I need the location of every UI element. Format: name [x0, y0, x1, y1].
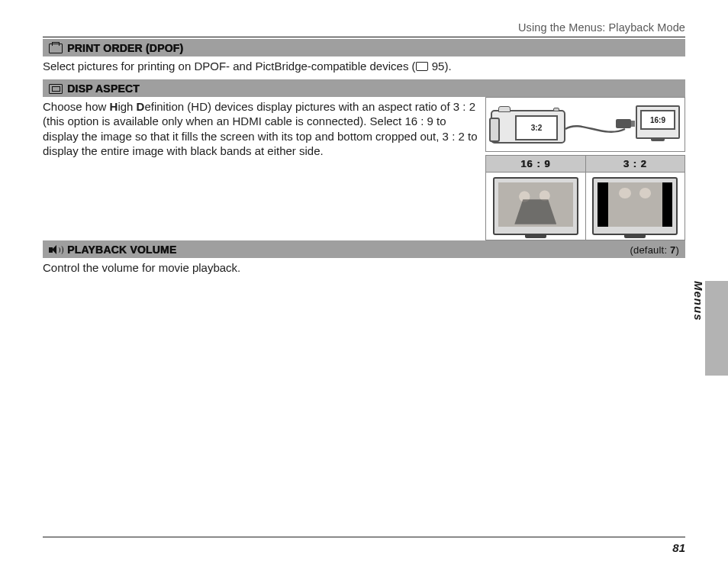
section-header-print-order: PRINT ORDER (DPOF)	[43, 39, 685, 56]
table-cell-32	[585, 173, 685, 240]
section-tab-label: Menus	[690, 281, 705, 334]
camera-to-tv-diagram: 3:2 16:9	[485, 97, 685, 152]
aspect-ratio-table: 16 : 9 3 : 2	[485, 155, 685, 240]
tv-screen-32	[598, 182, 672, 227]
text-bold: D	[137, 100, 145, 113]
camera-dial-icon	[498, 106, 511, 112]
table-cell-169	[486, 173, 586, 240]
manual-page-ref-icon	[416, 59, 429, 73]
tv-example-169	[493, 177, 578, 235]
text: igh	[118, 100, 136, 113]
page-number: 81	[672, 541, 685, 554]
section-tab	[705, 281, 728, 376]
sample-image-letterboxed	[608, 182, 662, 227]
table-header-169: 16 : 9	[486, 156, 586, 173]
footer-rule	[43, 537, 685, 537]
camera-shutter-icon	[553, 108, 559, 111]
print-order-body: Select pictures for printing on DPOF- an…	[43, 56, 685, 79]
manual-page-ref: 95	[432, 60, 445, 73]
camera-illustration: 3:2	[491, 110, 565, 144]
text: Select pictures for printing on DPOF- an…	[43, 60, 416, 73]
text: (default:	[630, 244, 670, 256]
playback-volume-body: Control the volume for movie playback.	[43, 258, 685, 281]
tv-example-32	[592, 177, 678, 235]
section-title: PLAYBACK VOLUME	[67, 244, 176, 256]
tv-screen-169	[498, 182, 573, 227]
disp-aspect-icon	[49, 84, 63, 94]
page-content: Using the Menus: Playback Mode PRINT ORD…	[43, 21, 685, 554]
sample-image-cropped	[498, 182, 573, 227]
section-header-disp-aspect: DISP ASPECT	[43, 79, 685, 97]
disp-aspect-row: Choose how High Definition (HD) devices …	[43, 97, 685, 240]
default-value-label: (default: 7)	[630, 244, 679, 256]
tv-screen-label: 16:9	[640, 110, 675, 130]
section-title: DISP ASPECT	[67, 82, 140, 95]
disp-aspect-figures: 3:2 16:9 16 : 9 3 : 2	[485, 97, 685, 240]
text: Choose how	[43, 100, 110, 113]
breadcrumb: Using the Menus: Playback Mode	[43, 21, 685, 34]
volume-icon	[49, 245, 63, 255]
tv-illustration: 16:9	[636, 105, 680, 139]
print-order-icon	[49, 44, 63, 53]
text: ).	[444, 60, 451, 73]
text: )	[675, 244, 679, 256]
hdmi-plug-icon	[616, 119, 631, 128]
section-title: PRINT ORDER (DPOF)	[67, 42, 183, 54]
top-rule	[43, 37, 685, 37]
camera-screen-label: 3:2	[515, 115, 558, 140]
disp-aspect-body: Choose how High Definition (HD) devices …	[43, 97, 478, 164]
table-header-32: 3 : 2	[585, 156, 685, 173]
section-header-playback-volume: PLAYBACK VOLUME (default: 7)	[43, 240, 685, 258]
text-bold: H	[110, 100, 118, 113]
